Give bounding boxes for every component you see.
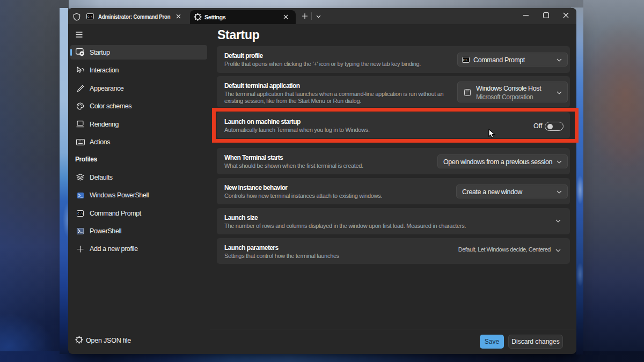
svg-text:C:\: C:\ [87,16,92,19]
svg-text:C:\: C:\ [463,59,467,62]
svg-text:C:\: C:\ [78,212,83,216]
